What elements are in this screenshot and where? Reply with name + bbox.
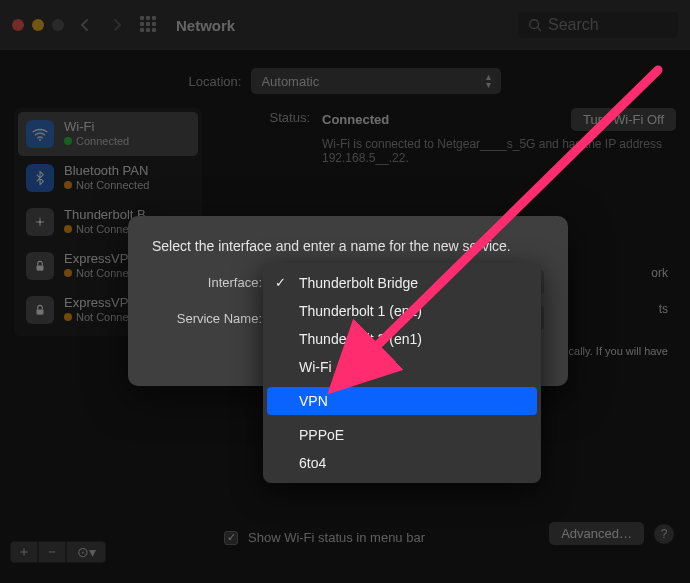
advanced-footer: Advanced… ? [549,522,674,545]
sheet-prompt: Select the interface and enter a name fo… [152,238,544,254]
svg-rect-5 [37,309,44,314]
location-label: Location: [189,74,242,89]
grid-icon [140,16,158,34]
dropdown-item-vpn[interactable]: VPN [267,387,537,415]
check-icon: ✓ [275,273,286,293]
detail-footer: ✓ Show Wi-Fi status in menu bar [224,530,425,545]
close-window-button[interactable] [12,19,24,31]
show-menubar-label: Show Wi-Fi status in menu bar [248,530,425,545]
dropdown-item-thunderbolt-2[interactable]: Thunderbolt 2 (en1) [263,325,541,353]
back-button[interactable] [74,14,96,36]
dropdown-item-pppoe[interactable]: PPPoE [263,421,541,449]
dropdown-item-wifi[interactable]: Wi-Fi [263,353,541,381]
window-controls [12,19,64,31]
search-placeholder: Search [548,16,599,34]
toggle-wifi-button[interactable]: Turn Wi-Fi Off [571,108,676,131]
status-label: Status: [220,108,310,125]
lock-icon [26,252,54,280]
sidebar-item-label: Bluetooth PAN [64,164,149,178]
window-toolbar: Network Search [0,0,690,50]
chevron-updown-icon: ▴▾ [486,73,491,89]
interface-dropdown: ✓Thunderbolt Bridge Thunderbolt 1 (en2) … [263,263,541,483]
bluetooth-icon [26,164,54,192]
window-title: Network [176,17,235,34]
minimize-window-button[interactable] [32,19,44,31]
svg-point-0 [530,20,539,29]
dropdown-item-thunderbolt-1[interactable]: Thunderbolt 1 (en2) [263,297,541,325]
dropdown-item-thunderbolt-bridge[interactable]: ✓Thunderbolt Bridge [263,269,541,297]
service-edit-bar: ＋ － ⊙▾ [10,541,106,563]
status-value: Connected [322,112,389,127]
apps-grid-button[interactable] [138,14,160,36]
remove-service-button[interactable]: － [38,541,66,563]
service-actions-menu[interactable]: ⊙▾ [66,541,106,563]
location-row: Location: Automatic ▴▾ [0,50,690,108]
search-field[interactable]: Search [518,12,678,38]
dropdown-item-6to4[interactable]: 6to4 [263,449,541,477]
location-value: Automatic [261,74,319,89]
sidebar-item-label: Wi-Fi [64,120,129,134]
lock-icon [26,296,54,324]
forward-button[interactable] [106,14,128,36]
service-name-label: Service Name: [152,311,262,326]
wifi-icon [26,120,54,148]
show-menubar-checkbox[interactable]: ✓ [224,531,238,545]
advanced-button[interactable]: Advanced… [549,522,644,545]
status-description: Wi-Fi is connected to Netgear____s_5G an… [322,137,676,165]
svg-line-1 [538,28,542,32]
location-select[interactable]: Automatic ▴▾ [251,68,501,94]
search-icon [528,18,542,32]
help-button[interactable]: ? [654,524,674,544]
sidebar-item-bluetooth[interactable]: Bluetooth PANNot Connected [18,156,198,200]
svg-point-2 [39,139,41,141]
sidebar-item-wifi[interactable]: Wi-FiConnected [18,112,198,156]
add-service-button[interactable]: ＋ [10,541,38,563]
zoom-window-button[interactable] [52,19,64,31]
thunderbolt-icon [26,208,54,236]
svg-point-3 [39,221,42,224]
svg-rect-4 [37,265,44,270]
interface-label: Interface: [152,275,262,290]
